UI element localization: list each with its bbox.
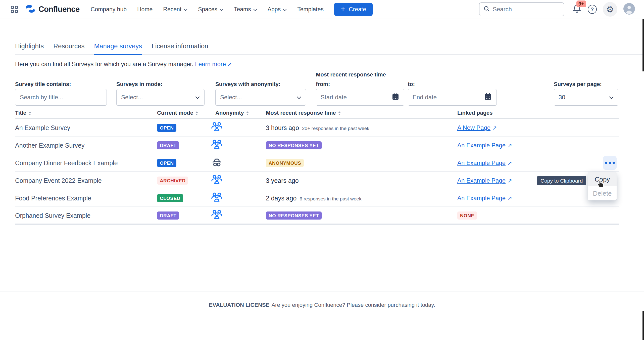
create-button[interactable]: + Create: [334, 3, 373, 16]
people-group-icon: [211, 192, 223, 204]
search-icon: [483, 5, 490, 13]
nav-recent[interactable]: Recent: [163, 6, 187, 13]
help-button[interactable]: ?: [588, 5, 597, 14]
response-time: 3 years ago: [266, 177, 299, 184]
chevron-down-icon: [283, 6, 287, 13]
profile-avatar[interactable]: [623, 3, 635, 16]
bell-icon: [572, 10, 582, 14]
confluence-logo-icon: [25, 4, 36, 15]
external-link-icon: ↗: [507, 178, 512, 184]
mode-badge: CLOSED: [157, 194, 183, 202]
sort-icon: [195, 111, 198, 115]
external-link-icon: ↗: [507, 142, 512, 149]
people-group-icon: [211, 175, 223, 187]
linked-page-link[interactable]: A New Page: [457, 124, 490, 131]
incognito-icon: [211, 157, 223, 169]
table-header-row: Title Current mode Anonymity Most recent…: [15, 110, 619, 119]
linked-page-link[interactable]: An Example Page: [457, 195, 506, 201]
tab-manage-surveys[interactable]: Manage surveys: [94, 42, 142, 55]
from-date-input[interactable]: [321, 94, 391, 101]
people-group-icon: [211, 209, 223, 222]
sort-icon: [246, 111, 249, 115]
nav-apps[interactable]: Apps: [268, 6, 287, 13]
mode-filter-label: Surveys in mode:: [116, 81, 162, 88]
nav-templates[interactable]: Templates: [297, 6, 324, 13]
mode-filter-select[interactable]: Select...: [116, 89, 205, 106]
survey-row: Company Event 2022 Example ARCHIVED 3 ye…: [15, 172, 619, 189]
column-header-title[interactable]: Title: [15, 110, 31, 116]
footer-divider: [0, 291, 644, 291]
survey-row: Food Preferences Example CLOSED 2 days a…: [15, 190, 619, 207]
external-link-icon: ↗: [507, 195, 512, 201]
brand-name: Confluence: [38, 5, 80, 14]
settings-button[interactable]: ⚙: [603, 2, 617, 17]
nav-teams[interactable]: Teams: [234, 6, 257, 13]
to-date-input[interactable]: [413, 94, 484, 101]
scrollbar-segment[interactable]: [642, 311, 644, 340]
more-actions-button[interactable]: [603, 156, 617, 170]
nav-spaces[interactable]: Spaces: [198, 6, 223, 13]
tab-highlights[interactable]: Highlights: [15, 42, 44, 55]
search-input[interactable]: [493, 6, 560, 13]
nav-home[interactable]: Home: [137, 6, 153, 13]
license-footer: EVALUATION LICENSEAre you enjoying Confl…: [0, 302, 644, 308]
license-footer-title: EVALUATION LICENSE: [209, 302, 269, 308]
chevron-down-icon: [609, 94, 614, 101]
page-tabs: Highlights Resources Manage surveys Lice…: [0, 42, 644, 55]
title-filter-box: [15, 89, 107, 106]
copy-tooltip: Copy to Clipboard: [537, 176, 586, 185]
gear-icon: ⚙: [606, 5, 614, 14]
tab-license-information[interactable]: License information: [152, 42, 208, 55]
linked-page-link[interactable]: An Example Page: [457, 142, 506, 149]
tab-resources[interactable]: Resources: [53, 42, 84, 55]
survey-row: Another Example Survey DRAFT NO RESPONSE…: [15, 137, 619, 154]
survey-row: Company Dinner Feedback Example OPEN ANO…: [15, 155, 619, 172]
per-page-filter-label: Surveys per page:: [554, 81, 602, 88]
response-count: 6 responses in the past week: [300, 196, 361, 202]
response-count: 20+ responses in the past week: [302, 126, 369, 131]
learn-more-link[interactable]: Learn more: [195, 61, 226, 67]
search-box[interactable]: [479, 3, 564, 16]
external-link-icon: ↗: [492, 125, 497, 131]
license-footer-text: Are you enjoying Confluence? Please cons…: [271, 302, 435, 308]
column-header-current-mode[interactable]: Current mode: [157, 110, 198, 116]
header-right-cluster: 9+ ? ⚙: [479, 2, 635, 17]
anonymity-filter-select[interactable]: Select...: [215, 89, 306, 106]
chevron-down-icon: [184, 6, 187, 13]
survey-title: An Example Survey: [15, 124, 70, 132]
survey-title: Orphaned Survey Example: [15, 212, 90, 219]
chevron-down-icon: [253, 6, 257, 13]
survey-title: Another Example Survey: [15, 142, 85, 149]
notification-count-badge: 9+: [576, 1, 586, 7]
external-link-icon: ↗: [507, 160, 512, 166]
calendar-icon[interactable]: [484, 93, 492, 102]
linked-page-link[interactable]: An Example Page: [457, 177, 506, 184]
calendar-icon[interactable]: [391, 93, 400, 102]
sort-icon: [338, 111, 341, 115]
sort-icon: [29, 111, 31, 115]
confluence-manage-surveys-page: Confluence Company hub Home Recent Space…: [0, 0, 644, 340]
column-header-linked-pages: Linked pages: [457, 110, 493, 116]
app-switcher-icon[interactable]: [11, 6, 18, 13]
response-time-group-label: Most recent response time: [316, 71, 386, 78]
column-header-anonymity[interactable]: Anonymity: [215, 110, 249, 116]
from-date-box: [316, 89, 404, 106]
linked-page-link[interactable]: An Example Page: [457, 159, 506, 166]
chevron-down-icon: [220, 6, 223, 13]
response-badge: NO RESPONSES YET: [266, 211, 322, 220]
confluence-logo[interactable]: Confluence: [25, 4, 80, 15]
chevron-down-icon: [297, 94, 301, 101]
intro-text: Here you can find all Surveys for which …: [15, 61, 232, 68]
survey-title: Company Dinner Feedback Example: [15, 159, 118, 167]
main-navigation: Company hub Home Recent Spaces Teams App…: [91, 6, 324, 13]
nav-company-hub[interactable]: Company hub: [91, 6, 127, 13]
scrollbar-thumb[interactable]: [642, 19, 644, 71]
survey-row: Orphaned Survey Example DRAFT NO RESPONS…: [15, 207, 619, 225]
per-page-select[interactable]: 30: [554, 89, 618, 106]
notifications-button[interactable]: 9+: [572, 4, 582, 15]
title-filter-input[interactable]: [20, 94, 102, 101]
top-nav-bar: Confluence Company hub Home Recent Space…: [0, 0, 644, 19]
people-group-icon: [211, 139, 223, 151]
column-header-response-time[interactable]: Most recent response time: [266, 110, 341, 116]
response-time: 3 hours ago: [266, 124, 299, 132]
